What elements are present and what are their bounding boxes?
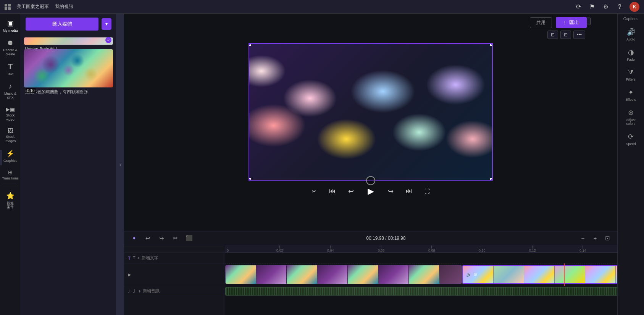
ruler-mark-10: 0:10 bbox=[479, 246, 486, 252]
import-dropdown-button[interactable]: ▾ bbox=[102, 18, 111, 30]
right-tool-fade[interactable]: ◑ Fade bbox=[618, 45, 644, 65]
more-options-btn[interactable]: ••• bbox=[573, 31, 585, 39]
stock-images-icon: 🖼 bbox=[8, 128, 13, 134]
add-text-label[interactable]: T ＋ 新增文字 bbox=[133, 255, 159, 261]
resize-handle-tr[interactable] bbox=[490, 43, 493, 46]
right-tool-adjust-colors[interactable]: ⊛ Adjustcolors bbox=[618, 105, 644, 129]
sidebar-item-stock-video[interactable]: ▶▣ Stock video bbox=[0, 104, 21, 124]
video-track-row: 🔊 ⚙ bbox=[225, 263, 617, 286]
forward-5-btn[interactable]: ↪ bbox=[384, 185, 397, 197]
timeline-playhead[interactable] bbox=[564, 263, 565, 286]
sidebar-item-graphics[interactable]: ⚡ Graphics bbox=[0, 147, 21, 165]
sidebar-item-my-media[interactable]: ▣ My media bbox=[0, 17, 21, 35]
right-tool-effects[interactable]: ✦ Effects bbox=[618, 85, 644, 105]
sidebar-item-label-music-sfx: Music &SFX bbox=[4, 92, 16, 100]
sidebar-divider bbox=[3, 186, 18, 186]
replay-5-btn[interactable]: ↩ bbox=[345, 185, 357, 197]
timeline-tracks[interactable]: 0 0:02 0:04 0:06 0:08 0:10 0:12 0:14 0:1… bbox=[225, 245, 617, 315]
media-item-2[interactable]: 0:10 五顏六色的環圈圈，有四彩繽圈@ bbox=[24, 49, 113, 95]
export-button[interactable]: ↑ 匯出 bbox=[556, 17, 587, 28]
resize-handle-tl[interactable] bbox=[249, 43, 251, 46]
audio-track-icon: ♩ bbox=[128, 289, 130, 294]
help-icon[interactable]: ? bbox=[616, 3, 623, 11]
audio-icon: 🔊 bbox=[627, 28, 635, 36]
media-thumb-2 bbox=[24, 49, 113, 87]
right-tool-speed[interactable]: ⟳ Speed bbox=[618, 129, 644, 149]
graphics-icon: ⚡ bbox=[6, 149, 15, 158]
filters-icon: ⧩ bbox=[628, 68, 634, 76]
right-tool-audio[interactable]: 🔊 Audio bbox=[618, 25, 644, 44]
text-track-label-row: T T ＋ 新增文字 bbox=[124, 253, 225, 263]
fit-timeline-btn[interactable]: ⊡ bbox=[602, 233, 613, 244]
app-logo bbox=[5, 4, 11, 10]
sidebar-item-music-sfx[interactable]: ♪ Music &SFX bbox=[0, 80, 21, 102]
my-media-icon: ▣ bbox=[7, 19, 14, 27]
sidebar-item-favorites[interactable]: ⭐ 觀迎案件 bbox=[0, 189, 21, 212]
connections-icon[interactable]: ⟳ bbox=[575, 3, 582, 11]
media-check-1: ✓ bbox=[105, 37, 111, 43]
ruler-mark-04: 0:04 bbox=[327, 246, 334, 252]
preview-area: 共用 ↑ 匯出 16:9 ⊡ ⊡ ••• bbox=[124, 14, 617, 231]
nav-item-project[interactable]: 我的視訊 bbox=[55, 3, 73, 10]
text-icon: T bbox=[8, 62, 13, 71]
cut-btn[interactable]: ✂ bbox=[170, 233, 181, 244]
music-sfx-icon: ♪ bbox=[9, 82, 12, 90]
crop-btn[interactable]: ⊡ bbox=[547, 31, 558, 39]
timeline-ruler: 0 0:02 0:04 0:06 0:08 0:10 0:12 0:14 0:1… bbox=[225, 245, 617, 253]
ruler-marks: 0 0:02 0:04 0:06 0:08 0:10 0:12 0:14 0:1… bbox=[227, 245, 616, 252]
nav-item-app[interactable]: 美工圖案之冠軍 bbox=[17, 3, 49, 10]
right-tool-filters[interactable]: ⧩ Filters bbox=[618, 65, 644, 84]
ruler-mark-08: 0:08 bbox=[428, 246, 435, 252]
sidebar-item-record-create[interactable]: ⏺ Record &create bbox=[0, 37, 21, 59]
audio-tool-label: Audio bbox=[626, 37, 635, 41]
resize-handle-br[interactable] bbox=[490, 178, 493, 181]
panel-collapse-btn[interactable]: ‹ bbox=[116, 14, 124, 315]
filters-tool-label: Filters bbox=[626, 78, 636, 81]
skip-back-btn[interactable]: ⏮ bbox=[326, 185, 339, 197]
preview-center-handle[interactable] bbox=[366, 176, 375, 185]
resize-handle-bl[interactable] bbox=[249, 178, 251, 181]
effects-icon: ✦ bbox=[628, 88, 634, 97]
zoom-in-btn[interactable]: + bbox=[590, 233, 600, 244]
flag-icon[interactable]: ⚑ bbox=[588, 3, 596, 11]
import-media-button[interactable]: 匯入媒體 bbox=[26, 18, 98, 31]
clip-volume-icon[interactable]: 🔊 bbox=[466, 272, 472, 277]
zoom-out-btn[interactable]: − bbox=[578, 233, 588, 244]
skip-forward-btn[interactable]: ⏭ bbox=[403, 185, 415, 197]
ruler-mark-02: 0:02 bbox=[276, 246, 283, 252]
ruler-mark-0: 0 bbox=[227, 249, 229, 252]
clip-mute-icon[interactable]: ⚙ bbox=[473, 272, 478, 277]
settings-icon[interactable]: ⚙ bbox=[602, 3, 610, 11]
save-btn[interactable]: ⬛ bbox=[184, 233, 194, 244]
ruler-mark-12: 0:12 bbox=[529, 246, 536, 252]
speed-icon: ⟳ bbox=[628, 132, 634, 141]
fullscreen-preview-btn[interactable]: ⊡ bbox=[560, 31, 571, 39]
undo-btn[interactable]: ↩ bbox=[142, 233, 153, 244]
media-panel-header: 匯入媒體 ▾ bbox=[21, 14, 116, 34]
record-create-icon: ⏺ bbox=[7, 39, 14, 47]
video-clip-2[interactable]: 🔊 ⚙ bbox=[462, 265, 617, 284]
ruler-spacer bbox=[124, 245, 225, 253]
media-grid: ✓ Human Brain 輸入 0:10 五顏六色的環圈圈，有四彩繽圈@ bbox=[21, 34, 116, 315]
fullscreen-btn[interactable]: ⛶ bbox=[421, 185, 433, 197]
sidebar-item-text[interactable]: T Text bbox=[0, 60, 21, 79]
share-button[interactable]: 共用 bbox=[530, 17, 552, 28]
audio-track-label-row: ♩ ♩ ＋ 新增音訊 bbox=[124, 286, 225, 296]
add-audio-label[interactable]: ♩ ＋ 新增音訊 bbox=[132, 288, 160, 294]
sidebar-item-transitions[interactable]: ⊞ Transitions bbox=[0, 167, 21, 183]
export-label: 匯出 bbox=[569, 19, 579, 26]
avatar[interactable]: K bbox=[629, 2, 639, 12]
play-button[interactable]: ▶ bbox=[363, 184, 378, 199]
video-clip-1[interactable] bbox=[225, 265, 462, 284]
audio-clip[interactable] bbox=[225, 287, 617, 296]
preview-video bbox=[249, 43, 493, 181]
media-item-1[interactable]: ✓ Human Brain 輸入 bbox=[24, 37, 113, 45]
media-panel: 匯入媒體 ▾ ✓ Human Brain 輸入 0:10 五顏六色的環圈圈，有四… bbox=[21, 14, 116, 315]
scene-edit-btn[interactable]: ✂ bbox=[308, 185, 320, 197]
sidebar-item-stock-images[interactable]: 🖼 Stockimages bbox=[0, 125, 21, 145]
magic-btn[interactable]: ✦ bbox=[129, 233, 139, 244]
effects-tool-label: Effects bbox=[626, 98, 636, 102]
fade-icon: ◑ bbox=[628, 48, 634, 57]
redo-btn[interactable]: ↪ bbox=[156, 233, 167, 244]
audio-waveform bbox=[226, 288, 617, 295]
